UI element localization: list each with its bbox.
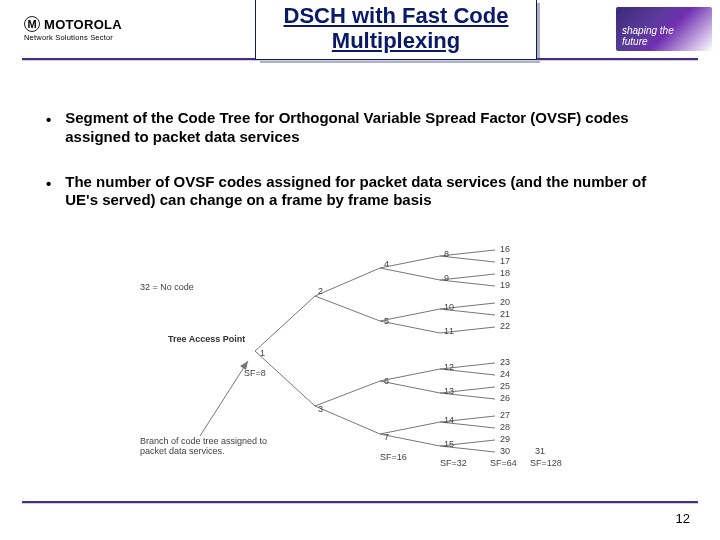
badge-line2: future <box>622 36 648 47</box>
title-line2: Multiplexing <box>332 28 460 53</box>
svg-line-4 <box>315 381 380 406</box>
node-31: 31 <box>535 446 545 456</box>
node-18: 18 <box>500 268 510 278</box>
node-28: 28 <box>500 422 510 432</box>
bullet-dot-icon: • <box>46 109 51 147</box>
node-25: 25 <box>500 381 510 391</box>
title-line1: DSCH with Fast Code <box>284 3 509 28</box>
header: M MOTOROLA Network Solutions Sector DSCH… <box>0 0 720 58</box>
content: • Segment of the Code Tree for Orthogona… <box>0 61 720 466</box>
bullet-text: Segment of the Code Tree for Orthogonal … <box>65 109 674 147</box>
sf128-label: SF=128 <box>530 458 562 468</box>
node-20: 20 <box>500 297 510 307</box>
node-3: 3 <box>318 404 323 414</box>
svg-line-3 <box>315 296 380 321</box>
node-22: 22 <box>500 321 510 331</box>
bullet-text: The number of OVSF codes assigned for pa… <box>65 173 674 211</box>
footer-divider-wrap <box>22 501 698 504</box>
tree-svg <box>140 236 580 466</box>
sf16-label: SF=16 <box>380 452 407 462</box>
node-13: 13 <box>444 386 454 396</box>
svg-line-7 <box>380 268 440 280</box>
node-30: 30 <box>500 446 510 456</box>
svg-line-5 <box>315 406 380 434</box>
sector-label: Network Solutions Sector <box>24 33 113 42</box>
logo-wordmark: MOTOROLA <box>44 17 122 32</box>
node-12: 12 <box>444 362 454 372</box>
node-1: 1 <box>260 348 265 358</box>
node-19: 19 <box>500 280 510 290</box>
node-8: 8 <box>444 249 449 259</box>
node-10: 10 <box>444 302 454 312</box>
tree-access-label: Tree Access Point <box>168 334 245 344</box>
node-4: 4 <box>384 259 389 269</box>
node-14: 14 <box>444 415 454 425</box>
no-code-label: 32 = No code <box>140 282 194 292</box>
bullet-item: • The number of OVSF codes assigned for … <box>46 173 674 211</box>
svg-line-29 <box>200 361 248 436</box>
badge-line1: shaping the <box>622 25 674 36</box>
node-7: 7 <box>384 432 389 442</box>
bullet-dot-icon: • <box>46 173 51 211</box>
bullet-item: • Segment of the Code Tree for Orthogona… <box>46 109 674 147</box>
motorola-logo-icon: M <box>24 16 40 32</box>
code-tree-diagram: 32 = No code Tree Access Point Branch of… <box>140 236 580 466</box>
logo-block: M MOTOROLA Network Solutions Sector <box>6 16 176 42</box>
node-27: 27 <box>500 410 510 420</box>
node-17: 17 <box>500 256 510 266</box>
svg-line-2 <box>315 268 380 296</box>
sf32-label: SF=32 <box>440 458 467 468</box>
slide-title-box: DSCH with Fast Code Multiplexing <box>255 0 538 60</box>
svg-line-1 <box>255 351 315 406</box>
node-23: 23 <box>500 357 510 367</box>
node-24: 24 <box>500 369 510 379</box>
node-29: 29 <box>500 434 510 444</box>
node-6: 6 <box>384 376 389 386</box>
slide-title: DSCH with Fast Code Multiplexing <box>284 3 509 54</box>
node-16: 16 <box>500 244 510 254</box>
page-number: 12 <box>676 511 690 526</box>
footer-divider-shadow <box>22 503 698 504</box>
node-21: 21 <box>500 309 510 319</box>
branch-caption: Branch of code tree assigned to packet d… <box>140 436 280 457</box>
node-15: 15 <box>444 439 454 449</box>
node-26: 26 <box>500 393 510 403</box>
node-2: 2 <box>318 286 323 296</box>
shaping-future-badge: shaping the future <box>616 7 712 51</box>
node-11: 11 <box>444 326 454 336</box>
svg-line-0 <box>255 296 315 351</box>
sf8-label: SF=8 <box>244 368 266 378</box>
node-5: 5 <box>384 316 389 326</box>
node-9: 9 <box>444 273 449 283</box>
sf64-label: SF=64 <box>490 458 517 468</box>
